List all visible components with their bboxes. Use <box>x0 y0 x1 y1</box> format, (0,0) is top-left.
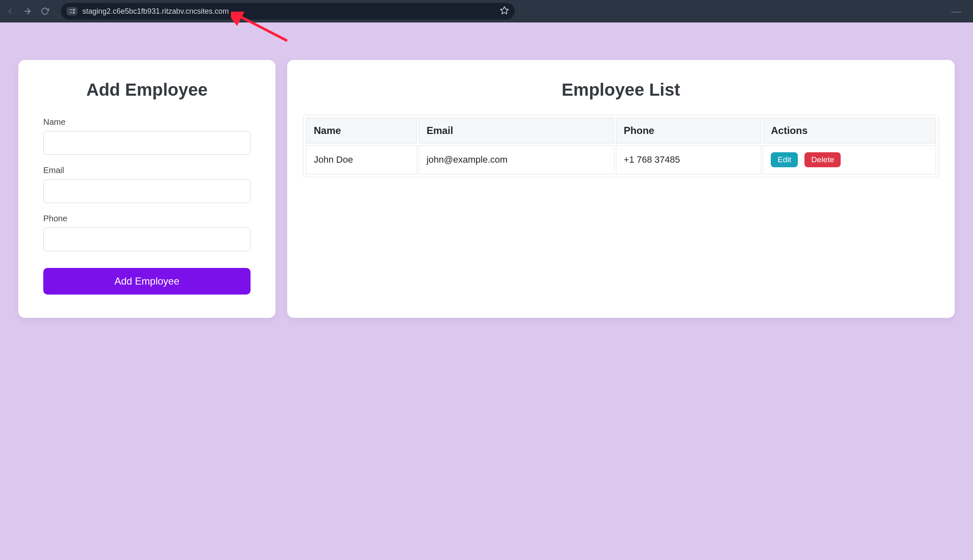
add-employee-title: Add Employee <box>43 80 251 100</box>
add-employee-button[interactable]: Add Employee <box>43 268 251 295</box>
cell-name: John Doe <box>306 145 417 174</box>
site-info-icon[interactable] <box>67 7 77 15</box>
name-input[interactable] <box>43 131 251 155</box>
delete-button[interactable]: Delete <box>804 152 841 167</box>
url-text: staging2.c6e5bc1fb931.ritzabv.cncsites.c… <box>82 7 495 16</box>
email-input[interactable] <box>43 179 251 203</box>
col-phone: Phone <box>616 118 762 144</box>
col-actions: Actions <box>763 118 936 144</box>
back-button[interactable] <box>5 6 15 16</box>
page-content: Add Employee Name Email Phone Add Employ… <box>0 22 973 335</box>
email-label: Email <box>43 166 251 175</box>
svg-marker-5 <box>501 6 508 13</box>
edit-button[interactable]: Edit <box>771 152 798 167</box>
reload-button[interactable] <box>40 6 50 16</box>
col-email: Email <box>419 118 614 144</box>
browser-toolbar: staging2.c6e5bc1fb931.ritzabv.cncsites.c… <box>0 0 973 22</box>
address-bar[interactable]: staging2.c6e5bc1fb931.ritzabv.cncsites.c… <box>61 3 515 20</box>
cell-phone: +1 768 37485 <box>616 145 762 174</box>
employee-table: Name Email Phone Actions John Doe john@e… <box>303 115 939 177</box>
table-header-row: Name Email Phone Actions <box>306 118 936 144</box>
bookmark-star-icon[interactable] <box>500 6 509 17</box>
phone-input[interactable] <box>43 228 251 251</box>
svg-point-3 <box>73 9 74 10</box>
form-group-name: Name <box>43 117 251 155</box>
col-name: Name <box>306 118 417 144</box>
phone-label: Phone <box>43 214 251 223</box>
chrome-spacer: — <box>522 5 968 17</box>
name-label: Name <box>43 117 251 127</box>
window-control-icon: — <box>951 5 965 17</box>
table-row: John Doe john@example.com +1 768 37485 E… <box>306 145 936 174</box>
cell-actions: Edit Delete <box>763 145 936 174</box>
form-group-email: Email <box>43 166 251 203</box>
cell-email: john@example.com <box>419 145 614 174</box>
employee-list-card: Employee List Name Email Phone Actions J… <box>287 60 955 318</box>
forward-button[interactable] <box>22 6 32 16</box>
form-group-phone: Phone <box>43 214 251 251</box>
add-employee-card: Add Employee Name Email Phone Add Employ… <box>18 60 276 318</box>
employee-list-title: Employee List <box>303 80 939 100</box>
svg-point-4 <box>73 12 74 13</box>
